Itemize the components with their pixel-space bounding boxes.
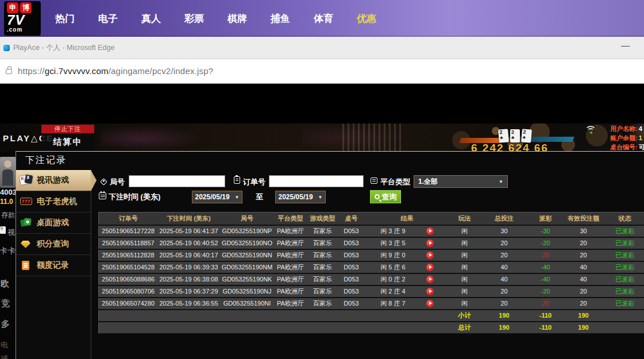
table-cell: 20 — [479, 298, 530, 310]
bg-fragment: 多 — [1, 319, 10, 330]
play-video-button[interactable] — [426, 240, 434, 247]
play-video-button[interactable] — [426, 288, 434, 295]
table-row: 2505190650742802025-05-19 06:36:55GD0532… — [99, 298, 644, 310]
table-cell: 百家乐 — [307, 273, 339, 285]
result-text: 闲 9 庄 0 — [380, 251, 405, 260]
subtotal-cell: 190 — [479, 310, 530, 322]
table-cell: 闲 0 庄 2 — [364, 273, 450, 285]
sidebar-item-quota-records[interactable]: 额度记录 — [16, 255, 91, 276]
table-cell: 已派彩 — [606, 285, 644, 298]
sidebar-item-slots[interactable]: 电子老虎机 — [16, 191, 91, 213]
slot-icon — [20, 196, 32, 207]
table-row: 2505190651272282025-05-19 06:41:37GD0532… — [99, 225, 644, 237]
order-input[interactable] — [269, 175, 364, 187]
sidebar-item-table-games[interactable]: 桌面游戏 — [16, 213, 91, 234]
cards-icon — [20, 175, 32, 186]
table-cell: D053 — [339, 249, 364, 261]
play-video-button[interactable] — [426, 252, 434, 259]
sidebar-item-label: 电子老虎机 — [37, 196, 77, 207]
round-input[interactable] — [129, 175, 225, 187]
play-video-button[interactable] — [426, 227, 434, 235]
date-from-select[interactable]: 2025/05/19▼ — [192, 191, 242, 203]
url-text: https://gci.7vvvvvv.com/agingame/pcv2/in… — [18, 66, 213, 76]
playing-card: 2♣ — [521, 129, 532, 142]
page-spacer — [0, 84, 644, 123]
table-cell: D053 — [339, 273, 364, 285]
result-text: 闲 2 庄 4 — [380, 287, 405, 296]
bg-fragment: 竞 — [1, 298, 10, 309]
table-cell: 百家乐 — [307, 285, 339, 298]
column-header: 局号 — [220, 213, 275, 225]
nav-item-promo[interactable]: 优惠 — [357, 12, 376, 25]
table-row: 2505190650886862025-05-19 06:38:08GD0532… — [99, 273, 644, 285]
table-cell: D053 — [339, 261, 364, 273]
play-video-button[interactable] — [426, 300, 434, 307]
nav-item-live[interactable]: 真人 — [141, 12, 161, 25]
table-cell: 20 — [562, 298, 606, 310]
result-text: 闲 8 庄 7 — [380, 299, 405, 308]
table-cell: D053 — [339, 237, 364, 249]
subtotal-cell — [606, 310, 644, 322]
list-icon — [371, 177, 377, 184]
bg-fragment: 视 — [7, 227, 15, 238]
column-header: 平台类型 — [275, 213, 307, 225]
round-label: 局号 — [110, 177, 125, 187]
table-cell: 已派彩 — [606, 249, 644, 261]
play-video-button[interactable] — [426, 264, 434, 271]
table-cell: 百家乐 — [307, 225, 339, 237]
gem-icon — [20, 238, 32, 250]
address-bar[interactable]: https://gci.7vvvvvv.com/agingame/pcv2/in… — [0, 59, 644, 84]
column-header: 有效投注额 — [562, 213, 606, 225]
nav-item-hot[interactable]: 热门 — [55, 12, 75, 25]
video-bg-glow — [101, 126, 201, 151]
total-cell: -110 — [530, 322, 562, 334]
total-cell — [158, 322, 220, 334]
minimize-button[interactable]: — — [621, 40, 630, 50]
table-cell: 闲 — [450, 285, 479, 298]
table-cell: 已派彩 — [606, 261, 644, 273]
table-cell: D053 — [339, 298, 364, 310]
table-cell: 20 — [479, 237, 530, 249]
sidebar-item-video-games[interactable]: 视讯游戏 — [16, 170, 91, 191]
table-cell: 闲 — [450, 249, 479, 261]
table-cell: D053 — [339, 285, 364, 298]
table-cell: 20 — [562, 249, 606, 261]
total-row: 总计190-110190 — [99, 322, 644, 334]
nav-item-lottery[interactable]: 彩票 — [184, 12, 204, 25]
result-cell: 闲 5 庄 6 — [365, 263, 450, 272]
total-cell: 总计 — [450, 322, 479, 334]
result-text: 闲 3 庄 5 — [380, 239, 405, 248]
nav-item-fishing[interactable]: 捕鱼 — [271, 12, 290, 25]
play-video-button[interactable] — [426, 276, 434, 283]
column-header: 总投注 — [479, 213, 530, 225]
table-row: 2505190651188572025-05-19 06:40:52GD0532… — [99, 237, 644, 249]
table-cell: PA欧洲厅 — [275, 298, 307, 310]
table-cell: -20 — [530, 285, 562, 298]
result-cell: 闲 2 庄 4 — [365, 287, 450, 296]
table-cell: 20 — [479, 249, 530, 261]
lock-icon — [6, 69, 12, 74]
table-cell: 闲 5 庄 6 — [364, 261, 450, 273]
page-left-strip: 400311.0存款视卡卡欧竞多电捕 — [0, 152, 16, 359]
table-cell: 闲 — [450, 273, 479, 285]
table-cell: 250519065074280 — [99, 298, 158, 310]
site-logo[interactable]: 申 博 7V .com — [4, 1, 41, 36]
tag-icon — [100, 178, 107, 186]
platform-type-select[interactable]: 1.全部▼ — [414, 175, 508, 188]
result-cell: 闲 9 庄 0 — [365, 251, 450, 260]
date-to-select[interactable]: 2025/05/19▼ — [275, 191, 326, 203]
nav-item-electronic[interactable]: 电子 — [98, 12, 118, 25]
table-cell: 已派彩 — [606, 298, 644, 310]
nav-item-sports[interactable]: 体育 — [314, 12, 333, 25]
search-button[interactable]: 查询 — [370, 190, 401, 203]
table-cell: 30 — [479, 225, 530, 237]
table-cell: 2025-05-19 06:37:29 — [158, 285, 220, 298]
column-header: 订单号 — [99, 213, 158, 225]
user-info-row: 用户名称:4 — [610, 124, 644, 133]
table-cell: 250519065104528 — [99, 261, 158, 273]
sidebar-item-points-query[interactable]: 积分查询 — [16, 234, 91, 255]
nav-item-board[interactable]: 棋牌 — [227, 12, 247, 25]
table-cell: PA欧洲厅 — [275, 285, 307, 298]
club-suit-icon: ♣ — [500, 134, 509, 140]
table-cell: PA欧洲厅 — [275, 261, 307, 273]
